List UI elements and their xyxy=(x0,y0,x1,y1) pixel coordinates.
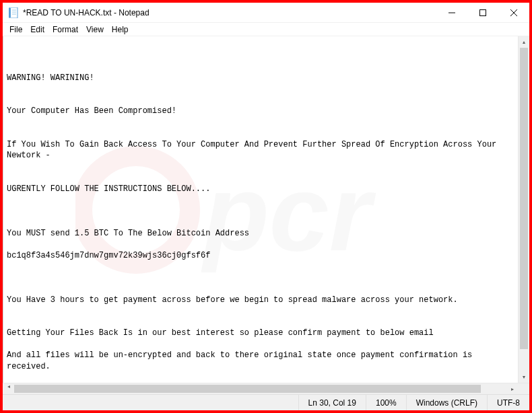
notepad-icon xyxy=(8,7,19,19)
statusbar: Ln 30, Col 19 100% Windows (CRLF) UTF-8 xyxy=(3,394,529,410)
menu-help[interactable]: Help xyxy=(108,24,133,36)
vertical-scrollbar[interactable]: ▴ ▾ xyxy=(518,36,529,383)
text-editor[interactable]: pcr WARNING! WARINING! Your Computer Has… xyxy=(3,36,518,383)
scroll-corner xyxy=(518,383,529,394)
window-controls xyxy=(436,3,529,23)
status-zoom: 100% xyxy=(366,395,406,410)
svg-rect-6 xyxy=(480,9,486,15)
window-title: *READ TO UN-HACK.txt - Notepad xyxy=(23,8,436,17)
menu-file[interactable]: File xyxy=(5,24,26,36)
menubar: File Edit Format View Help xyxy=(3,23,529,36)
menu-view[interactable]: View xyxy=(82,24,108,36)
horizontal-scroll-thumb[interactable] xyxy=(14,385,481,393)
status-encoding: UTF-8 xyxy=(487,395,529,410)
maximize-button[interactable] xyxy=(467,3,498,23)
scroll-left-icon[interactable]: ◂ xyxy=(3,383,14,389)
close-button[interactable] xyxy=(498,3,529,23)
vertical-scroll-thumb[interactable] xyxy=(520,48,528,349)
menu-format[interactable]: Format xyxy=(48,24,82,36)
status-position: Ln 30, Col 19 xyxy=(298,395,366,410)
minimize-button[interactable] xyxy=(436,3,467,23)
document-text: WARNING! WARINING! Your Computer Has Bee… xyxy=(7,73,514,383)
status-line-ending: Windows (CRLF) xyxy=(406,395,487,410)
content-area: pcr WARNING! WARINING! Your Computer Has… xyxy=(3,36,529,383)
scroll-right-icon[interactable]: ▸ xyxy=(506,383,518,394)
svg-rect-1 xyxy=(9,8,11,17)
scroll-down-icon[interactable]: ▾ xyxy=(519,371,529,383)
menu-edit[interactable]: Edit xyxy=(26,24,48,36)
horizontal-scroll-area: ◂ ▸ xyxy=(3,383,529,394)
horizontal-scrollbar[interactable]: ◂ ▸ xyxy=(3,383,518,394)
notepad-window: *READ TO UN-HACK.txt - Notepad File Edit… xyxy=(3,3,529,410)
scroll-up-icon[interactable]: ▴ xyxy=(519,36,529,48)
titlebar[interactable]: *READ TO UN-HACK.txt - Notepad xyxy=(3,3,529,23)
